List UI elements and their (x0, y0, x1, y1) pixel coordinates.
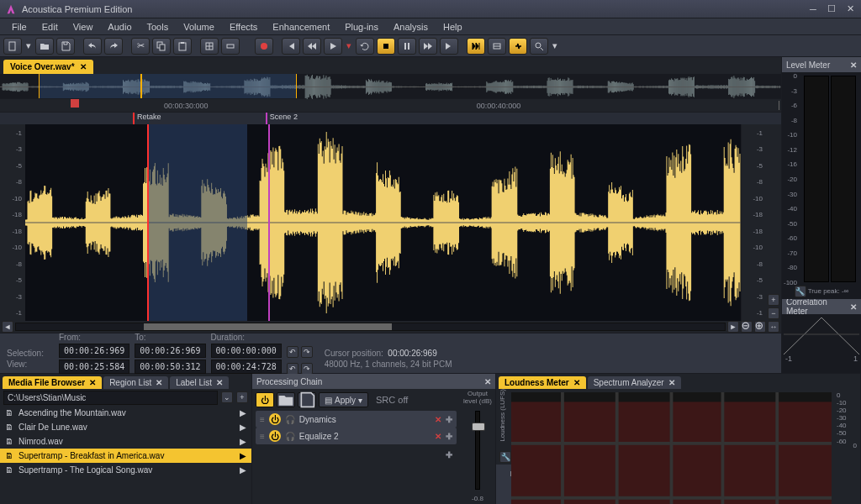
menu-help[interactable]: Help (436, 20, 469, 34)
file-play-icon[interactable]: ▶ (240, 408, 246, 417)
chain-power-button[interactable]: ⏻ (256, 392, 274, 407)
sel-undo-button[interactable]: ↶ (287, 346, 298, 358)
hscroll-track[interactable] (15, 323, 726, 331)
tab-region-list[interactable]: Region List✕ (103, 376, 168, 389)
forward-button[interactable] (419, 38, 437, 55)
crop-button[interactable] (221, 38, 240, 55)
menu-edit[interactable]: Edit (35, 20, 65, 34)
record-button[interactable] (255, 38, 273, 55)
fx-power-button[interactable]: ⏻ (269, 430, 281, 442)
fx-remove-button[interactable]: ✕ (435, 415, 441, 424)
fx-grip-icon[interactable]: ≡ (260, 432, 265, 441)
processing-chain-close-icon[interactable]: ✕ (484, 377, 491, 386)
zoom-tool-button[interactable] (530, 38, 548, 55)
file-play-icon[interactable]: ▶ (240, 465, 246, 475)
tab-region-close-icon[interactable]: ✕ (156, 378, 162, 387)
fx-power-button[interactable]: ⏻ (269, 413, 281, 425)
marker-track[interactable]: Retake Scene 2 (0, 113, 781, 124)
correlation-meter-close-icon[interactable]: ✕ (850, 302, 857, 312)
autoscroll-button[interactable] (488, 38, 506, 55)
play-button[interactable] (324, 38, 342, 55)
hscroll-right-button[interactable]: ► (727, 321, 739, 333)
fx-remove-button[interactable]: ✕ (435, 432, 441, 441)
level-meter-settings-icon[interactable]: 🔧 (795, 286, 806, 297)
view-to-value[interactable]: 00:00:50:312 (135, 360, 205, 374)
zoom-fit-button[interactable]: ↔ (768, 321, 779, 333)
new-button[interactable] (3, 38, 22, 55)
tab-loudness-meter[interactable]: Loudness Meter✕ (499, 376, 586, 389)
output-level-value[interactable]: -0.8 (465, 495, 490, 502)
chain-open-button[interactable] (277, 392, 295, 407)
snap-button[interactable] (509, 38, 527, 55)
mix-paste-button[interactable] (200, 38, 219, 55)
path-up-button[interactable]: ⌄ (221, 391, 233, 403)
path-add-button[interactable]: + (236, 391, 248, 403)
menu-analysis[interactable]: Analysis (387, 20, 435, 34)
file-row[interactable]: 🗎Supertramp - The Logical Song.wav▶ (0, 463, 251, 477)
loop-button[interactable] (356, 38, 374, 55)
ruler-flag-icon[interactable] (71, 99, 79, 108)
file-row[interactable]: 🗎Supertramp - Breakfast in America.wav▶ (0, 449, 251, 463)
cut-button[interactable]: ✂ (131, 38, 150, 55)
new-dropdown[interactable]: ▾ (24, 38, 33, 55)
menu-effects[interactable]: Effects (223, 20, 264, 34)
output-fader[interactable] (475, 411, 480, 490)
waveform-selection[interactable] (147, 124, 247, 321)
maximize-button[interactable]: ☐ (826, 3, 837, 15)
view-redo-button[interactable]: ↷ (301, 363, 313, 375)
menu-view[interactable]: View (66, 20, 100, 34)
selection-dur-value[interactable]: 00:00:00:000 (211, 344, 282, 358)
view-from-value[interactable]: 00:00:25:584 (59, 360, 129, 374)
menu-plugins[interactable]: Plug-ins (338, 20, 385, 34)
open-button[interactable] (35, 38, 54, 55)
stop-button[interactable] (377, 38, 395, 55)
fx-insert-button[interactable]: ✚ (446, 432, 452, 441)
document-tab-close-icon[interactable]: ✕ (80, 62, 87, 71)
hscroll-thumb[interactable] (144, 323, 392, 330)
overview-selection[interactable] (39, 74, 297, 98)
fader-knob[interactable] (472, 423, 485, 431)
tab-loudness-close-icon[interactable]: ✕ (573, 378, 580, 387)
menu-audio[interactable]: Audio (101, 20, 138, 34)
play-dropdown[interactable]: ▾ (345, 38, 353, 55)
view-dur-value[interactable]: 00:00:24:728 (211, 360, 282, 374)
copy-button[interactable] (152, 38, 171, 55)
sel-redo-button[interactable]: ↷ (301, 346, 313, 358)
hscroll-left-button[interactable]: ◄ (2, 321, 13, 333)
loudness-settings-button[interactable]: 🔧 (499, 451, 511, 463)
headphone-icon[interactable]: 🎧 (285, 432, 295, 441)
tab-label-close-icon[interactable]: ✕ (216, 378, 223, 387)
marker-retake[interactable]: Retake (133, 113, 161, 124)
pause-button[interactable] (398, 38, 416, 55)
file-row[interactable]: 🗎Ascending the Mountain.wav▶ (0, 406, 251, 420)
chain-apply-button[interactable]: ▤ Apply ▾ (319, 392, 368, 407)
tab-media-file-browser[interactable]: Media File Browser✕ (3, 376, 102, 389)
file-row[interactable]: 🗎Clair De Lune.wav▶ (0, 420, 251, 434)
tab-label-list[interactable]: Label List✕ (170, 376, 229, 389)
chain-add-fx-button[interactable]: ✚ (446, 450, 452, 459)
menu-volume[interactable]: Volume (177, 20, 221, 34)
overview-waveform[interactable] (0, 74, 781, 99)
menu-enhancement[interactable]: Enhancement (266, 20, 336, 34)
rewind-button[interactable] (303, 38, 321, 55)
tab-media-close-icon[interactable]: ✕ (89, 378, 96, 387)
fx-row[interactable]: ≡⏻🎧Equalize 2✕✚ (256, 428, 457, 444)
tab-spectrum-close-icon[interactable]: ✕ (668, 378, 675, 387)
save-button[interactable] (56, 38, 75, 55)
headphone-icon[interactable]: 🎧 (285, 415, 295, 424)
view-undo-button[interactable]: ↶ (287, 363, 298, 375)
close-button[interactable]: ✕ (844, 3, 856, 15)
undo-button[interactable] (83, 38, 102, 55)
selection-from-value[interactable]: 00:00:26:969 (59, 344, 129, 358)
zoom-in-button[interactable] (754, 321, 766, 333)
ruler[interactable]: 00:00:30:000 00:00:40:000 (0, 99, 781, 113)
path-input[interactable] (3, 391, 218, 405)
tab-spectrum-analyzer[interactable]: Spectrum Analyzer✕ (588, 376, 681, 389)
selection-to-value[interactable]: 00:00:26:969 (135, 344, 205, 358)
zoom-dropdown[interactable]: ▾ (551, 38, 559, 55)
file-play-icon[interactable]: ▶ (240, 451, 246, 460)
fx-row[interactable]: ≡⏻🎧Dynamics✕✚ (256, 411, 457, 428)
chain-save-button[interactable] (298, 392, 316, 407)
fx-insert-button[interactable]: ✚ (446, 415, 452, 424)
vzoom-in-button[interactable]: + (768, 294, 779, 306)
